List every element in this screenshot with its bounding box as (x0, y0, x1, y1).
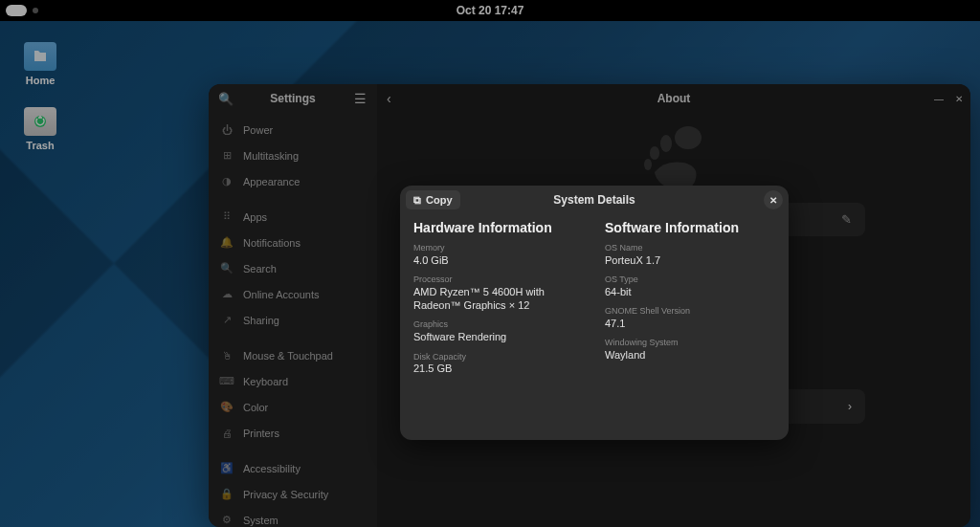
detail-value: AMD Ryzen™ 5 4600H with Radeon™ Graphics… (413, 285, 584, 313)
detail-row: OS Type64-bit (605, 274, 775, 298)
hardware-column: Hardware Information Memory4.0 GiBProces… (413, 220, 584, 434)
detail-label: Graphics (413, 319, 584, 330)
detail-label: OS Name (605, 243, 775, 253)
detail-value: Software Rendering (413, 330, 584, 343)
detail-value: 4.0 GiB (413, 253, 584, 267)
detail-label: Disk Capacity (413, 352, 584, 362)
detail-row: ProcessorAMD Ryzen™ 5 4600H with Radeon™… (413, 274, 584, 312)
detail-value: 21.5 GB (413, 362, 584, 375)
detail-row: Disk Capacity21.5 GB (413, 352, 584, 376)
detail-row: Windowing SystemWayland (605, 338, 775, 362)
dialog-title: System Details (553, 193, 635, 207)
detail-value: 64-bit (605, 285, 775, 298)
detail-row: OS NamePorteuX 1.7 (605, 243, 775, 267)
detail-value: 47.1 (605, 317, 775, 330)
detail-row: GNOME Shell Version47.1 (605, 306, 775, 330)
software-column: Software Information OS NamePorteuX 1.7O… (605, 220, 775, 434)
copy-icon: ⧉ (413, 194, 421, 207)
detail-row: GraphicsSoftware Rendering (413, 319, 584, 343)
detail-label: GNOME Shell Version (605, 306, 775, 317)
dialog-close-button[interactable]: ✕ (764, 190, 783, 209)
detail-label: Processor (413, 274, 584, 285)
detail-label: Windowing System (605, 338, 775, 348)
detail-row: Memory4.0 GiB (413, 243, 584, 267)
detail-value: Wayland (605, 348, 775, 362)
detail-label: Memory (413, 243, 584, 253)
system-details-dialog: ⧉ Copy System Details ✕ Hardware Informa… (400, 186, 789, 440)
copy-label: Copy (426, 194, 453, 206)
software-heading: Software Information (605, 220, 775, 235)
detail-value: PorteuX 1.7 (605, 253, 775, 267)
detail-label: OS Type (605, 274, 775, 285)
copy-button[interactable]: ⧉ Copy (406, 190, 460, 209)
hardware-heading: Hardware Information (413, 220, 584, 235)
